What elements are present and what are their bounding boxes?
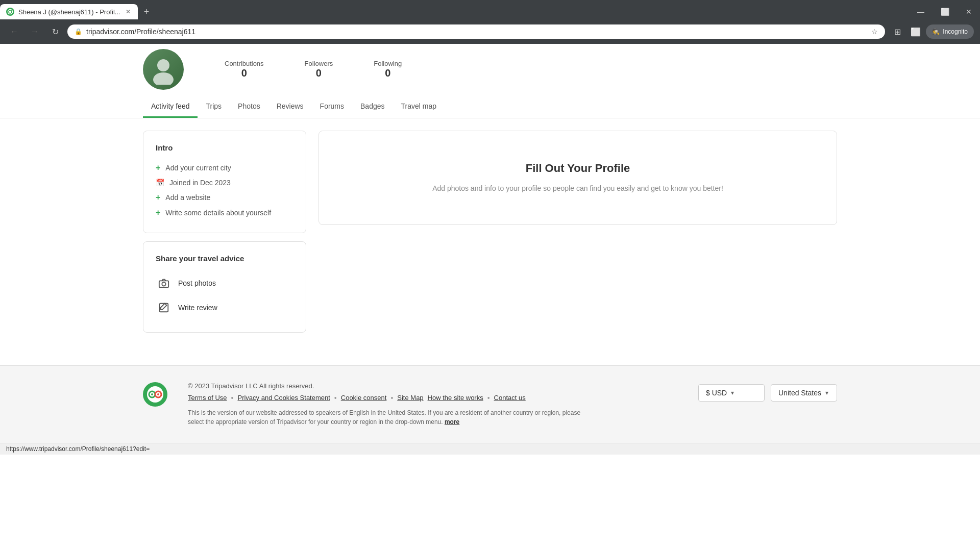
add-details-label: Write some details about yourself — [165, 209, 271, 217]
page-content: Contributions 0 Followers 0 Following 0 … — [0, 44, 980, 443]
how-site-works-link[interactable]: How the site works — [428, 394, 483, 402]
tripadvisor-footer-logo — [143, 382, 167, 407]
profile-stats: Contributions 0 Followers 0 Following 0 — [143, 44, 837, 90]
footer-logo-inner — [147, 386, 163, 403]
followers-label: Followers — [305, 60, 333, 67]
svg-point-3 — [153, 72, 174, 85]
window-controls: — ⬜ ✕ — [909, 2, 980, 21]
browser-chrome: Sheena J (@sheenaj611) - Profil... ✕ + —… — [0, 0, 980, 44]
incognito-button[interactable]: 🕵 Incognito — [926, 24, 974, 39]
footer-selectors: $ USD ▾ United States ▾ — [698, 384, 837, 402]
region-chevron-icon: ▾ — [825, 389, 828, 396]
currency-selector[interactable]: $ USD ▾ — [698, 384, 765, 402]
main-layout: Intro + Add your current city 📅 Joined i… — [0, 118, 980, 345]
region-label: United States — [778, 389, 821, 397]
incognito-icon: 🕵 — [932, 28, 940, 35]
footer-notice: This is the version of our website addre… — [188, 408, 586, 427]
footer-copyright: © 2023 Tripadvisor LLC All rights reserv… — [188, 382, 678, 390]
profile-header: Contributions 0 Followers 0 Following 0 … — [0, 44, 980, 118]
bookmark-icon[interactable]: ☆ — [871, 28, 878, 36]
minimize-button[interactable]: — — [909, 2, 933, 21]
intro-card: Intro + Add your current city 📅 Joined i… — [143, 131, 306, 233]
intro-title: Intro — [156, 143, 293, 152]
tab-forums[interactable]: Forums — [312, 96, 352, 118]
contributions-value: 0 — [225, 67, 264, 79]
add-details-item[interactable]: + Write some details about yourself — [156, 205, 293, 220]
write-review-item[interactable]: Write review — [156, 295, 293, 320]
footer-text: © 2023 Tripadvisor LLC All rights reserv… — [188, 382, 678, 427]
url-text: tripadvisor.com/Profile/sheenaj611 — [86, 28, 867, 36]
add-website-item[interactable]: + Add a website — [156, 190, 293, 205]
browser-tab-active[interactable]: Sheena J (@sheenaj611) - Profil... ✕ — [0, 4, 138, 19]
contact-link[interactable]: Contact us — [494, 394, 526, 402]
main-content: Fill Out Your Profile Add photos and inf… — [318, 131, 837, 333]
tab-travel-map[interactable]: Travel map — [393, 96, 445, 118]
maximize-button[interactable]: ⬜ — [933, 2, 958, 21]
browser-toolbar: ← → ↻ 🔒 tripadvisor.com/Profile/sheenaj6… — [0, 19, 980, 44]
browser-tab-bar: Sheena J (@sheenaj611) - Profil... ✕ + —… — [0, 0, 980, 19]
joined-item: 📅 Joined in Dec 2023 — [156, 176, 293, 190]
site-map-link[interactable]: Site Map — [397, 394, 423, 402]
footer-notice-text: This is the version of our website addre… — [188, 409, 580, 425]
share-travel-card: Share your travel advice Post photos — [143, 241, 306, 333]
privacy-link[interactable]: Privacy and Cookies Statement — [237, 394, 330, 402]
footer-inner: © 2023 Tripadvisor LLC All rights reserv… — [143, 382, 837, 427]
new-tab-button[interactable]: + — [140, 5, 154, 19]
joined-label: Joined in Dec 2023 — [169, 179, 231, 187]
calendar-icon: 📅 — [156, 179, 164, 187]
favicon — [6, 8, 14, 16]
toolbar-icons: ⊞ ⬜ 🕵 Incognito — [889, 23, 974, 40]
profile-button[interactable]: ⬜ — [908, 23, 924, 40]
footer-links: Terms of Use • Privacy and Cookies State… — [188, 394, 678, 402]
tab-trips[interactable]: Trips — [198, 96, 230, 118]
add-city-item[interactable]: + Add your current city — [156, 160, 293, 176]
followers-stat: Followers 0 — [305, 60, 333, 79]
status-url: https://www.tripadvisor.com/Profile/shee… — [6, 445, 150, 453]
currency-chevron-icon: ▾ — [731, 389, 734, 396]
forward-button[interactable]: → — [27, 23, 43, 40]
tab-photos[interactable]: Photos — [230, 96, 268, 118]
profile-tabs: Activity feed Trips Photos Reviews Forum… — [143, 96, 837, 118]
contributions-stat: Contributions 0 — [225, 60, 264, 79]
close-window-button[interactable]: ✕ — [958, 2, 980, 21]
add-website-label: Add a website — [165, 193, 210, 202]
svg-point-1 — [9, 11, 12, 13]
footer: © 2023 Tripadvisor LLC All rights reserv… — [0, 365, 980, 443]
separator-4: • — [487, 394, 490, 402]
svg-point-9 — [151, 393, 153, 395]
plus-icon: + — [156, 163, 160, 172]
plus-icon-website: + — [156, 193, 160, 202]
currency-label: $ USD — [706, 389, 727, 397]
tab-badges[interactable]: Badges — [352, 96, 393, 118]
more-link[interactable]: more — [445, 418, 459, 425]
incognito-label: Incognito — [943, 28, 968, 35]
contributions-label: Contributions — [225, 60, 264, 67]
close-tab-button[interactable]: ✕ — [125, 7, 132, 16]
following-label: Following — [374, 60, 402, 67]
region-selector[interactable]: United States ▾ — [771, 384, 837, 402]
address-bar[interactable]: 🔒 tripadvisor.com/Profile/sheenaj611 ☆ — [67, 24, 885, 39]
svg-point-2 — [157, 59, 169, 71]
following-stat: Following 0 — [374, 60, 402, 79]
cookie-consent-link[interactable]: Cookie consent — [341, 394, 387, 402]
post-photos-label: Post photos — [178, 279, 216, 287]
followers-value: 0 — [305, 67, 333, 79]
separator-2: • — [334, 394, 337, 402]
reload-button[interactable]: ↻ — [47, 23, 63, 40]
lock-icon: 🔒 — [75, 28, 82, 35]
back-button[interactable]: ← — [6, 23, 22, 40]
terms-link[interactable]: Terms of Use — [188, 394, 227, 402]
tab-title: Sheena J (@sheenaj611) - Profil... — [18, 8, 120, 16]
separator-1: • — [231, 394, 234, 402]
plus-icon-details: + — [156, 208, 160, 217]
camera-icon — [156, 275, 172, 291]
status-bar: https://www.tripadvisor.com/Profile/shee… — [0, 443, 980, 455]
edit-icon — [156, 299, 172, 316]
avatar — [143, 49, 184, 90]
tab-activity-feed[interactable]: Activity feed — [143, 96, 198, 118]
sidebar: Intro + Add your current city 📅 Joined i… — [143, 131, 306, 333]
add-city-label: Add your current city — [165, 164, 231, 172]
extensions-button[interactable]: ⊞ — [889, 23, 905, 40]
tab-reviews[interactable]: Reviews — [268, 96, 312, 118]
post-photos-item[interactable]: Post photos — [156, 271, 293, 295]
